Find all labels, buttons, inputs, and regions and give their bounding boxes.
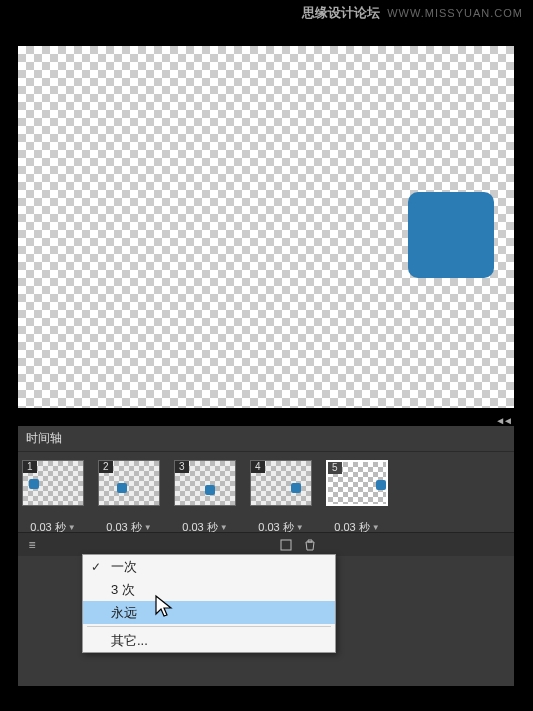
chevron-down-icon: ▼: [296, 523, 304, 532]
menu-separator: [87, 626, 331, 627]
frame-item[interactable]: 1 0.03 秒 ▼: [22, 460, 84, 535]
trash-icon[interactable]: [302, 537, 318, 553]
shape-rounded-rect[interactable]: [408, 192, 494, 278]
menu-item-label: 一次: [111, 558, 137, 576]
watermark-url: WWW.MISSYUAN.COM: [387, 7, 523, 19]
thumbnail-shape: [29, 479, 39, 489]
frame-thumbnail[interactable]: 4: [250, 460, 312, 506]
chevron-down-icon: ▼: [220, 523, 228, 532]
timeline-panel-title[interactable]: 时间轴: [18, 426, 514, 452]
thumbnail-shape: [117, 483, 127, 493]
frame-item[interactable]: 2 0.03 秒 ▼: [98, 460, 160, 535]
chevron-down-icon: ▼: [144, 523, 152, 532]
frame-number: 3: [175, 461, 189, 473]
frame-item[interactable]: 5 0.03 秒 ▼: [326, 460, 388, 535]
frame-thumbnail[interactable]: 1: [22, 460, 84, 506]
frame-thumbnail[interactable]: 2: [98, 460, 160, 506]
menu-icon[interactable]: ≡: [24, 537, 40, 553]
frame-number: 2: [99, 461, 113, 473]
thumbnail-shape: [291, 483, 301, 493]
timeline-toolbar: ≡: [18, 532, 514, 556]
watermark: 思缘设计论坛 WWW.MISSYUAN.COM: [302, 4, 523, 22]
menu-item-forever[interactable]: 永远: [83, 601, 335, 624]
panel-collapse-icon[interactable]: ◄◄: [495, 415, 511, 426]
chevron-down-icon: ▼: [372, 523, 380, 532]
canvas-viewport[interactable]: [18, 46, 514, 408]
menu-item-once[interactable]: ✓ 一次: [83, 555, 335, 578]
menu-item-label: 永远: [111, 604, 137, 622]
menu-item-other[interactable]: 其它...: [83, 629, 335, 652]
menu-item-3times[interactable]: 3 次: [83, 578, 335, 601]
svg-rect-0: [281, 540, 291, 550]
check-icon: ✓: [91, 560, 101, 574]
frame-item[interactable]: 4 0.03 秒 ▼: [250, 460, 312, 535]
thumbnail-shape: [205, 485, 215, 495]
frame-item[interactable]: 3 0.03 秒 ▼: [174, 460, 236, 535]
watermark-text: 思缘设计论坛: [302, 5, 380, 20]
timeline-panel: 时间轴 1 0.03 秒 ▼ 2 0.03 秒 ▼ 3: [18, 426, 514, 686]
thumbnail-shape: [376, 480, 386, 490]
menu-item-label: 3 次: [111, 581, 135, 599]
frame-number: 5: [328, 462, 342, 474]
frames-row: 1 0.03 秒 ▼ 2 0.03 秒 ▼ 3 0: [18, 452, 514, 539]
frame-thumbnail[interactable]: 5: [326, 460, 388, 506]
loop-dropdown-menu: ✓ 一次 3 次 永远 其它...: [82, 554, 336, 653]
menu-item-label: 其它...: [111, 632, 148, 650]
frame-number: 1: [23, 461, 37, 473]
frame-number: 4: [251, 461, 265, 473]
frame-thumbnail[interactable]: 3: [174, 460, 236, 506]
chevron-down-icon: ▼: [68, 523, 76, 532]
new-frame-icon[interactable]: [278, 537, 294, 553]
